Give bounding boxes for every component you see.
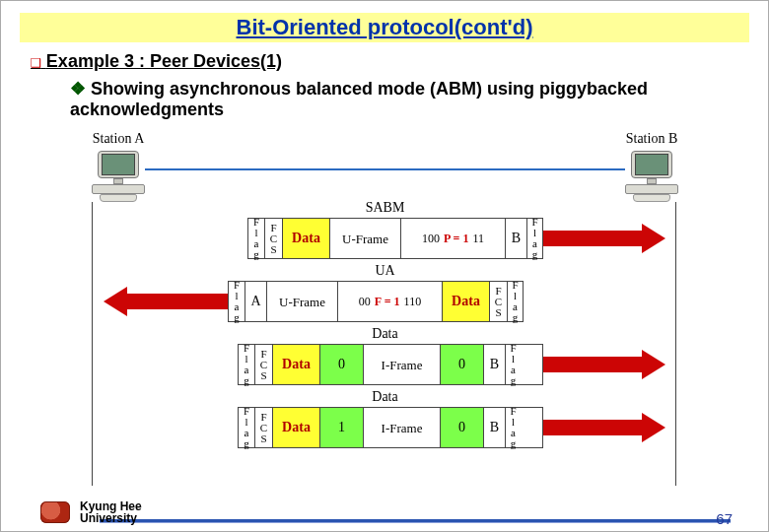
- frame-box: Flag FCS Data 0 I-Frame 0 B Flag: [238, 344, 543, 385]
- bullet-icon: ❑: [31, 50, 41, 71]
- university-name: Kyung HeeUniversity: [80, 500, 142, 525]
- page-number: 67: [716, 510, 733, 527]
- control-bits: 100 P = 1 11: [400, 219, 505, 258]
- slide: Bit-Oriented protocol(cont'd) ❑ Example …: [0, 0, 769, 532]
- iframe-field: I-Frame: [363, 345, 440, 384]
- data-field: Data: [272, 408, 319, 447]
- fcs-field: FCS: [254, 345, 272, 384]
- addr-field: B: [505, 219, 526, 258]
- station-a-label: Station A: [92, 131, 145, 147]
- fcs-field: FCS: [264, 219, 282, 258]
- title-bar: Bit-Oriented protocol(cont'd): [20, 13, 749, 42]
- frame-caption: Data: [92, 389, 678, 405]
- data-field: Data: [442, 282, 489, 321]
- arrow-right-icon: [527, 417, 665, 438]
- computer-icon: [625, 147, 678, 200]
- frame-caption: Data: [92, 326, 678, 342]
- uframe-field: U-Frame: [329, 219, 400, 258]
- link-line: [145, 168, 625, 170]
- arrow-right-icon: [527, 228, 665, 249]
- addr-field: A: [245, 282, 266, 321]
- data-field: Data: [282, 219, 329, 258]
- protocol-diagram: Station A Station B SABM Flag FCS Data: [92, 131, 678, 486]
- footer-divider: [100, 519, 731, 523]
- frame-box: Flag A U-Frame 00 F = 1 110 Data FCS Fla…: [228, 281, 524, 322]
- arrow-left-icon: [104, 291, 242, 312]
- ack-num: 0: [440, 345, 483, 384]
- frame-caption: SABM: [92, 200, 678, 216]
- flag-field: Flag: [239, 345, 254, 384]
- ack-num: 0: [440, 408, 483, 447]
- station-b-label: Station B: [625, 131, 678, 147]
- flag-field: Flag: [248, 219, 264, 258]
- flag-field: Flag: [526, 219, 542, 258]
- flag-field: Flag: [505, 408, 521, 447]
- uframe-field: U-Frame: [266, 282, 337, 321]
- flag-field: Flag: [229, 282, 245, 321]
- diamond-icon: ❖: [70, 79, 86, 99]
- flag-field: Flag: [239, 408, 254, 447]
- frame-row-ua: UA Flag A U-Frame 00 F = 1 110 Data FCS …: [92, 279, 678, 324]
- seq-num: 1: [319, 408, 363, 447]
- computer-icon: [92, 147, 145, 200]
- frame-box: Flag FCS Data 1 I-Frame 0 B Flag: [238, 407, 543, 448]
- flag-field: Flag: [505, 345, 521, 384]
- station-a: Station A: [92, 131, 145, 200]
- example-text: Example 3 : Peer Devices(1): [46, 51, 282, 71]
- sub-heading: ❖ Showing asynchronous balanced mode (AB…: [70, 78, 738, 120]
- frame-row-sabm: SABM Flag FCS Data U-Frame 100 P = 1 11 …: [92, 216, 678, 261]
- data-field: Data: [272, 345, 319, 384]
- university-logo-icon: [40, 501, 70, 523]
- flag-field: Flag: [507, 282, 523, 321]
- frame-row-data-2: Data Flag FCS Data 1 I-Frame 0 B Flag: [92, 405, 678, 450]
- frame-caption: UA: [92, 263, 678, 279]
- iframe-field: I-Frame: [363, 408, 440, 447]
- sub-text: Showing asynchronous balanced mode (ABM)…: [70, 79, 648, 119]
- addr-field: B: [483, 408, 505, 447]
- slide-footer: Kyung HeeUniversity 67: [1, 519, 769, 523]
- station-b: Station B: [625, 131, 678, 200]
- example-heading: ❑ Example 3 : Peer Devices(1): [31, 50, 738, 72]
- fcs-field: FCS: [254, 408, 272, 447]
- control-bits: 00 F = 1 110: [337, 282, 442, 321]
- seq-num: 0: [319, 345, 363, 384]
- frame-row-data-1: Data Flag FCS Data 0 I-Frame 0 B Flag: [92, 342, 678, 387]
- slide-title: Bit-Oriented protocol(cont'd): [237, 15, 533, 39]
- fcs-field: FCS: [489, 282, 507, 321]
- addr-field: B: [483, 345, 505, 384]
- frame-box: Flag FCS Data U-Frame 100 P = 1 11 B Fla…: [247, 218, 543, 259]
- arrow-right-icon: [527, 354, 665, 375]
